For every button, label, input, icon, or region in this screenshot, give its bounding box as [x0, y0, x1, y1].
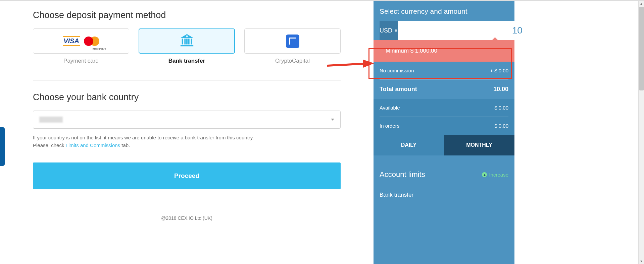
svg-rect-5 [191, 39, 192, 44]
bank-icon: $ [179, 33, 195, 50]
help-line2a: Please, check [33, 142, 66, 148]
help-line2b: tab. [120, 142, 130, 148]
bank-country-select[interactable] [33, 111, 341, 129]
svg-rect-2 [184, 39, 186, 44]
svg-rect-3 [186, 39, 188, 44]
method-label-bank: Bank transfer [139, 58, 235, 64]
tab-monthly[interactable]: MONTHLY [444, 135, 514, 155]
available-row: Available $ 0.00 [380, 99, 508, 117]
arrow-up-circle-icon: ▲ [482, 172, 487, 177]
scroll-up-icon[interactable]: ▲ [639, 1, 644, 6]
cryptocapital-icon [286, 35, 299, 48]
available-value: $ 0.00 [494, 105, 508, 111]
account-limits-header: Account limits ▲ Increase [380, 170, 508, 179]
inorders-label: In orders [380, 123, 399, 129]
method-bank-transfer[interactable]: $ Bank transfer [139, 28, 235, 64]
amount-input[interactable] [398, 21, 527, 40]
help-text: If your country is not on the list, it m… [33, 134, 341, 149]
svg-rect-6 [180, 45, 193, 46]
scroll-down-icon[interactable]: ▼ [639, 258, 644, 264]
vertical-scrollbar[interactable]: ▲ ▼ [638, 1, 644, 264]
main-content: Choose deposit payment method VISA maste… [0, 0, 374, 264]
total-label: Total amount [380, 86, 417, 93]
side-panel-title: Select currency and amount [380, 7, 508, 15]
available-label: Available [380, 105, 400, 111]
payment-method-row: VISA mastercard Payment card $ Bank tran… [33, 28, 341, 64]
svg-rect-1 [182, 39, 183, 44]
commission-value: + $ 0.00 [490, 68, 508, 73]
warning-notch-icon [492, 37, 498, 41]
warning-text: Minimum $ 1,000.00 [386, 48, 437, 54]
method-box-bank[interactable]: $ [139, 28, 235, 54]
method-label-card: Payment card [33, 58, 129, 64]
svg-rect-4 [188, 39, 189, 44]
bank-country-title: Choose your bank country [33, 92, 341, 103]
side-panel: Select currency and amount USD ▲▼ Minimu… [374, 1, 514, 264]
limits-subheading: Bank transfer [380, 192, 508, 198]
svg-text:$: $ [186, 36, 187, 38]
currency-amount-row: USD ▲▼ [380, 21, 508, 40]
scroll-thumb[interactable] [639, 7, 644, 90]
currency-code: USD [380, 27, 392, 34]
commission-label: No commission [380, 68, 414, 73]
bank-country-value-blurred [39, 117, 63, 123]
mastercard-icon: mastercard [84, 37, 99, 46]
proceed-button[interactable]: Proceed [33, 162, 341, 189]
limits-tabs: DAILY MONTHLY [374, 135, 514, 155]
total-row: Total amount 10.00 [380, 80, 508, 99]
sort-icon: ▲▼ [394, 28, 398, 32]
method-box-cc[interactable] [244, 28, 341, 54]
page-title: Choose deposit payment method [33, 10, 341, 20]
method-label-cc: CryptoCapital [244, 58, 341, 64]
visa-icon: VISA [63, 36, 80, 46]
account-limits-title: Account limits [380, 170, 425, 179]
method-cryptocapital[interactable]: CryptoCapital [244, 28, 341, 64]
increase-text: Increase [489, 172, 508, 178]
divider [33, 80, 341, 81]
increase-link[interactable]: ▲ Increase [482, 172, 508, 178]
method-box-card[interactable]: VISA mastercard [33, 28, 129, 54]
help-line1: If your country is not on the list, it m… [33, 135, 254, 140]
inorders-row: In orders $ 0.00 [380, 117, 508, 135]
inorders-value: $ 0.00 [494, 123, 508, 129]
footer-text: @2018 CEX.IO Ltd (UK) [33, 215, 341, 221]
method-payment-card[interactable]: VISA mastercard Payment card [33, 28, 129, 64]
minimum-warning: Minimum $ 1,000.00 [374, 40, 514, 62]
tab-daily[interactable]: DAILY [374, 135, 444, 155]
commission-row: No commission + $ 0.00 [380, 62, 508, 79]
chevron-down-icon [331, 119, 334, 121]
total-value: 10.00 [493, 86, 508, 93]
currency-select[interactable]: USD ▲▼ [380, 21, 398, 40]
limits-commissions-link[interactable]: Limits and Commissions [66, 142, 120, 148]
